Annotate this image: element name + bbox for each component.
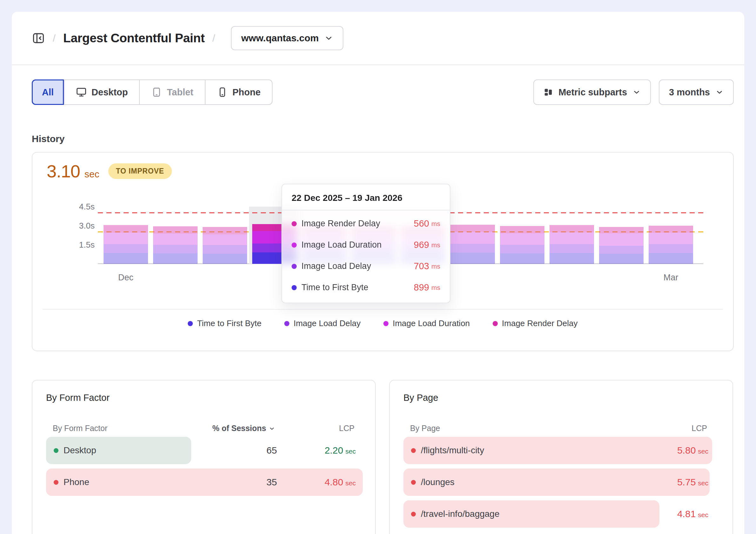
row-pill [46, 468, 363, 496]
bar-segment [153, 234, 198, 245]
header: / Largest Contentful Paint / www.qantas.… [12, 12, 744, 65]
bar-segment [202, 227, 247, 234]
row-label: Phone [64, 477, 89, 487]
row-label: Desktop [64, 445, 96, 456]
row-head: Desktop [54, 437, 96, 464]
legend-label: Image Render Delay [502, 319, 578, 328]
lcp-number: 2.20 [325, 445, 343, 456]
tooltip-value: 899 [414, 282, 429, 293]
column-lcp: LCP [339, 424, 355, 433]
tooltip-row: Image Load Delay703ms [292, 261, 440, 271]
sidebar-collapse-icon[interactable] [32, 32, 45, 45]
bar-segment [500, 226, 545, 233]
tooltip-row: Image Render Delay560ms [292, 218, 440, 229]
legend-label: Time to First Byte [197, 319, 261, 328]
period-label: 3 months [669, 87, 710, 98]
site-selector-label: www.qantas.com [241, 33, 319, 43]
bar-segment [103, 244, 148, 253]
tooltip-rows: Image Render Delay560msImage Load Durati… [282, 211, 450, 303]
bar-segment [450, 225, 495, 232]
card-title: By Form Factor [46, 393, 110, 403]
period-selector-button[interactable]: 3 months [659, 79, 734, 105]
tooltip-label: Image Load Delay [302, 261, 371, 271]
chart-legend: Time to First ByteImage Load DelayImage … [32, 319, 733, 328]
chevron-down-icon [324, 34, 333, 42]
table-row[interactable]: /flights/multi-city5.80sec [403, 437, 712, 464]
status-dot [54, 480, 59, 485]
sessions-value: 35 [266, 468, 277, 496]
history-bar[interactable] [550, 225, 594, 264]
tab-tablet[interactable]: Tablet [139, 80, 204, 104]
tooltip-unit: ms [431, 241, 440, 249]
x-axis-label-mar: Mar [649, 273, 693, 283]
history-bar[interactable] [649, 226, 693, 264]
breadcrumb-separator: / [212, 32, 215, 44]
bar-segment [103, 225, 148, 233]
history-bar[interactable] [500, 226, 545, 264]
breadcrumb-separator: / [53, 32, 56, 44]
bar-segment [550, 253, 594, 264]
series-dot [292, 264, 297, 269]
lcp-cell: 4.81sec [677, 500, 708, 528]
tab-all[interactable]: All [32, 79, 64, 105]
bar-segment [153, 226, 198, 234]
tooltip-value: 703 [414, 261, 429, 271]
bar-segment [599, 233, 643, 246]
toolbar-actions: Metric subparts 3 months [533, 79, 734, 105]
table-row[interactable]: /lounges5.75sec [403, 468, 712, 496]
bar-segment [550, 225, 594, 233]
table-row[interactable]: /travel-info/baggage4.81sec [403, 500, 712, 528]
legend-item: Image Load Duration [383, 319, 470, 328]
lcp-unit: sec [345, 448, 356, 455]
lcp-cell: 2.20sec [325, 437, 356, 464]
history-bar[interactable] [103, 225, 148, 264]
sort-chevron-icon [269, 425, 275, 432]
tooltip-title: 22 Dec 2025 – 19 Jan 2026 [282, 184, 450, 210]
history-bar[interactable] [450, 225, 495, 264]
column-sessions-label: % of Sessions [212, 424, 266, 433]
bar-segment [450, 244, 495, 253]
tooltip-unit: ms [431, 220, 440, 228]
legend-dot [383, 321, 389, 326]
tab-desktop[interactable]: Desktop [64, 80, 139, 104]
history-bar[interactable] [599, 227, 643, 264]
bar-segment [550, 232, 594, 244]
history-bar[interactable] [153, 226, 198, 264]
table-header: By Page LCP [410, 424, 707, 435]
chevron-down-icon [716, 88, 724, 96]
legend-dot [188, 321, 193, 326]
app-frame: / Largest Contentful Paint / www.qantas.… [12, 12, 744, 534]
bar-segment [450, 253, 495, 264]
series-dot [292, 242, 297, 248]
history-bar[interactable] [202, 227, 247, 264]
tab-phone[interactable]: Phone [205, 80, 272, 104]
site-selector-button[interactable]: www.qantas.com [231, 26, 343, 50]
legend-item: Image Load Delay [284, 319, 361, 328]
lcp-number: 4.81 [677, 509, 696, 520]
row-head: Phone [54, 468, 89, 496]
column-page: By Page [410, 424, 440, 433]
metric-subparts-button[interactable]: Metric subparts [533, 79, 651, 105]
bar-segment [500, 253, 545, 264]
bar-segment [103, 233, 148, 244]
row-label: /flights/multi-city [421, 445, 484, 456]
status-dot [411, 480, 416, 485]
series-dot [292, 285, 297, 290]
toolbar: All Desktop Tablet Phone [32, 79, 734, 105]
bar-segment [500, 245, 545, 253]
bar-segment [202, 234, 247, 245]
sessions-value: 65 [266, 437, 277, 464]
column-sessions-sort[interactable]: % of Sessions [212, 424, 275, 433]
lcp-cell: 5.75sec [677, 468, 708, 496]
table-row[interactable]: Phone354.80sec [46, 468, 363, 496]
bar-segment [202, 254, 247, 264]
bar-segment [500, 233, 545, 245]
tooltip-row: Image Load Duration969ms [292, 240, 440, 250]
tooltip-row: Time to First Byte899ms [292, 282, 440, 293]
by-page-card: By Page By Page LCP /flights/multi-city5… [389, 380, 733, 534]
tab-phone-label: Phone [232, 87, 261, 98]
tab-desktop-label: Desktop [92, 87, 128, 98]
status-badge: TO IMPROVE [108, 163, 172, 179]
table-row[interactable]: Desktop652.20sec [46, 437, 363, 464]
bar-segment [649, 244, 693, 253]
